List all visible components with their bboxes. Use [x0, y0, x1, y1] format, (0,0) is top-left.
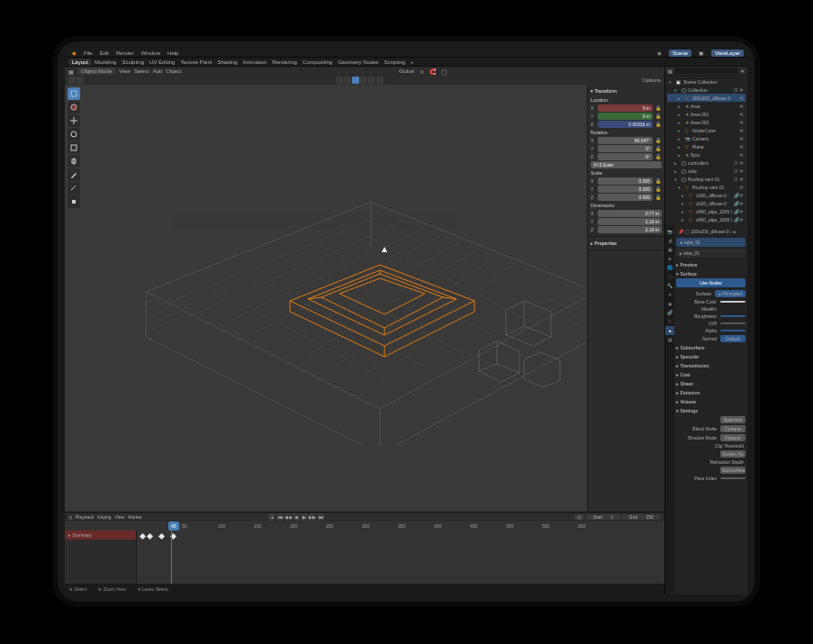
outliner-item[interactable]: ▸☀Area.001👁: [667, 110, 745, 118]
scale-y-field[interactable]: 0.005: [598, 186, 653, 193]
menu-playback[interactable]: Playback: [76, 514, 94, 520]
loc-z-field[interactable]: 0.00336 m: [598, 121, 653, 128]
current-frame-field[interactable]: ◷: [574, 514, 584, 520]
prop-tab-texture[interactable]: ▦: [665, 335, 674, 344]
tool-select-box[interactable]: [68, 87, 80, 100]
outliner-item[interactable]: ▸📷Camera👁: [667, 134, 745, 142]
tab-scripting[interactable]: Scripting: [382, 59, 408, 65]
menu-view[interactable]: View: [115, 514, 125, 520]
tool-scale[interactable]: [68, 141, 80, 154]
ior-field[interactable]: [720, 322, 745, 324]
prop-tab-object[interactable]: ▢: [665, 272, 674, 281]
metallic-field[interactable]: [720, 308, 745, 310]
blender-logo-icon[interactable]: ◆: [68, 50, 80, 56]
filter-icon[interactable]: ▼: [740, 68, 745, 74]
dim-z-field[interactable]: 2.19 m: [598, 226, 662, 233]
tab-compositing[interactable]: Compositing: [300, 59, 335, 65]
rot-mode-field[interactable]: XYZ Euler: [591, 161, 662, 168]
snap-icon[interactable]: 🧲: [428, 68, 438, 75]
use-nodes-button[interactable]: Use Nodes: [676, 278, 745, 287]
menu-keying[interactable]: Keying: [97, 514, 111, 520]
summary-channel[interactable]: ▸ Summary: [65, 531, 136, 540]
outliner-item-selected[interactable]: ▸▽200x200_diffuser.0👁: [667, 94, 745, 102]
outliner-item[interactable]: ▸▽Plane👁: [667, 142, 745, 150]
preview-header[interactable]: ▸ Preview: [676, 260, 745, 269]
xray-icon[interactable]: [344, 77, 351, 84]
material-slot[interactable]: ● tube_01: [676, 238, 745, 247]
end-frame-field[interactable]: End 250: [622, 514, 661, 520]
outliner-type-icon[interactable]: ▦: [668, 68, 673, 74]
outliner-item[interactable]: ▾▽Rooftop vent 01👁: [667, 183, 745, 191]
outliner-item[interactable]: ▸☀Spot👁: [667, 150, 745, 159]
dim-x-field[interactable]: 0.77 m: [598, 210, 662, 217]
outliner-search-input[interactable]: [674, 68, 738, 74]
tool-measure[interactable]: [68, 182, 80, 195]
pin-icon[interactable]: 📌: [678, 229, 683, 234]
coat-header[interactable]: ▸ Coat: [676, 370, 745, 379]
prop-tab-scene[interactable]: ◈: [665, 254, 674, 263]
outliner-item[interactable]: ▸☀Area.002👁: [667, 118, 745, 126]
outliner-item[interactable]: ▸▽d120_diffuser.0🔗👁: [667, 199, 745, 207]
proportional-icon[interactable]: ◯: [439, 68, 449, 75]
rot-y-field[interactable]: 0°: [598, 145, 653, 152]
keyframe[interactable]: [140, 533, 146, 540]
subsurface-t-field[interactable]: Subsurface: [720, 467, 745, 474]
timeline-ruler[interactable]: 40 50 100 150 200 250 300 350 400 450 50…: [65, 522, 664, 531]
alpha-field[interactable]: [720, 330, 745, 331]
menu-help[interactable]: Help: [164, 50, 182, 56]
outliner-collection[interactable]: ▸▢controllers☑👁: [667, 159, 745, 167]
start-frame-field[interactable]: Start 1: [586, 514, 621, 520]
viewport-3d[interactable]: 🔍 ✥ 📷 ▦: [65, 85, 664, 512]
tool-move[interactable]: [68, 114, 80, 127]
prop-tab-render[interactable]: 📷: [665, 227, 674, 236]
menu-view[interactable]: View: [119, 68, 131, 74]
viewport-options[interactable]: Options: [642, 77, 661, 83]
jump-start-icon[interactable]: ⏮: [276, 513, 284, 521]
pass-index-field[interactable]: [720, 477, 745, 479]
menu-window[interactable]: Window: [138, 50, 164, 56]
volume-header[interactable]: ▸ Volume: [676, 397, 745, 406]
rot-z-field[interactable]: 0°: [598, 153, 653, 160]
prev-key-icon[interactable]: ◀◀: [285, 513, 292, 521]
timeline-track[interactable]: [137, 531, 664, 584]
shadow-field[interactable]: Opaque: [720, 434, 745, 441]
lock-icon[interactable]: 🔓: [655, 138, 662, 143]
current-frame-marker[interactable]: 40: [168, 522, 179, 531]
lock-icon[interactable]: 🔓: [655, 154, 662, 159]
menu-marker[interactable]: Marker: [128, 514, 142, 520]
scene-selector[interactable]: Scene: [669, 50, 691, 57]
lock-icon[interactable]: 🔓: [655, 195, 662, 200]
base-color-field[interactable]: [720, 301, 745, 303]
shading-matprev-icon[interactable]: [368, 77, 375, 84]
backface-field[interactable]: Backface: [720, 416, 745, 423]
viewlayer-selector[interactable]: ViewLayer: [711, 50, 744, 57]
lock-icon[interactable]: 🔓: [655, 186, 662, 192]
outliner-item[interactable]: ▸▽d100_diffuser.0🔗👁: [667, 191, 745, 199]
mode-selector[interactable]: Object Mode: [77, 68, 115, 75]
lock-icon[interactable]: 🔓: [655, 113, 662, 119]
prop-tab-output[interactable]: 🖨: [665, 236, 674, 245]
outliner-collection[interactable]: ▾▢Rooftop vent 01☑👁: [667, 175, 745, 183]
select-filter-icon[interactable]: [68, 77, 76, 84]
autokey-icon[interactable]: ●: [268, 513, 276, 521]
prop-tab-constraints[interactable]: 🔗: [665, 308, 674, 317]
shading-solid-icon[interactable]: [360, 77, 367, 84]
shading-wireframe-icon[interactable]: [352, 77, 359, 84]
outliner-item[interactable]: ▸▽d400_pipe_2000.002🔗👁: [667, 207, 745, 215]
tab-sculpting[interactable]: Sculpting: [119, 59, 147, 65]
play-icon[interactable]: ▶: [301, 513, 308, 521]
menu-file[interactable]: File: [80, 50, 96, 56]
tab-modeling[interactable]: Modeling: [92, 59, 119, 65]
tab-texpaint[interactable]: Texture Paint: [177, 59, 214, 65]
orientation-selector[interactable]: Global: [397, 68, 416, 75]
scale-z-field[interactable]: 0.005: [598, 194, 653, 201]
menu-edit[interactable]: Edit: [96, 50, 113, 56]
loc-x-field[interactable]: 0 m: [598, 104, 653, 112]
tab-rendering[interactable]: Rendering: [269, 59, 300, 65]
outliner-item[interactable]: ▸▽binderCube👁: [667, 126, 745, 134]
prop-tab-data[interactable]: ▽: [665, 317, 674, 326]
keyframe[interactable]: [158, 533, 165, 540]
tab-shading[interactable]: Shading: [214, 59, 239, 65]
prop-tab-world[interactable]: 🌐: [665, 263, 674, 272]
prop-tab-modifiers[interactable]: 🔧: [665, 281, 674, 290]
